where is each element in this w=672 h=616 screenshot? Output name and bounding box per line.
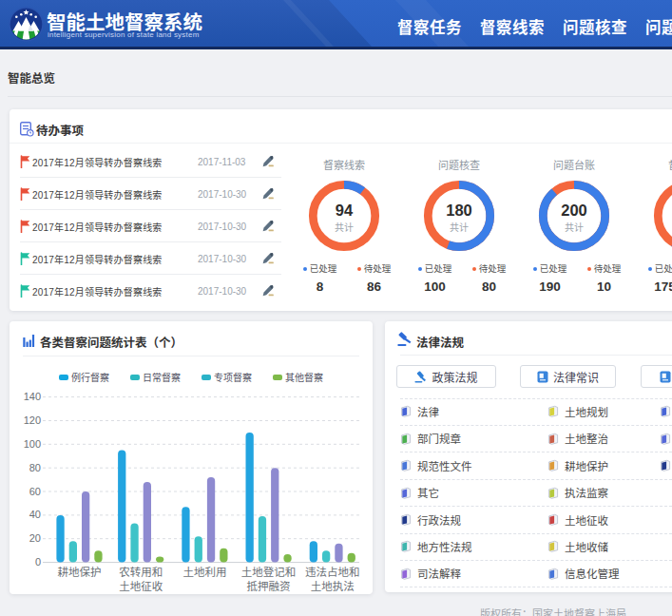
svg-text:20: 20 (29, 532, 41, 544)
svg-text:40: 40 (29, 509, 41, 520)
svg-text:土地执法: 土地执法 (311, 578, 355, 593)
svg-text:土地利用: 土地利用 (182, 564, 226, 579)
svg-text:140: 140 (24, 391, 41, 402)
svg-text:抵押融资: 抵押融资 (247, 578, 291, 593)
svg-text:100: 100 (24, 438, 41, 450)
svg-text:0: 0 (35, 556, 41, 568)
svg-text:土地征收: 土地征收 (119, 578, 163, 593)
svg-text:耕地保护: 耕地保护 (58, 564, 102, 579)
svg-text:60: 60 (29, 486, 41, 497)
svg-text:120: 120 (24, 414, 41, 426)
svg-text:80: 80 (29, 462, 41, 473)
